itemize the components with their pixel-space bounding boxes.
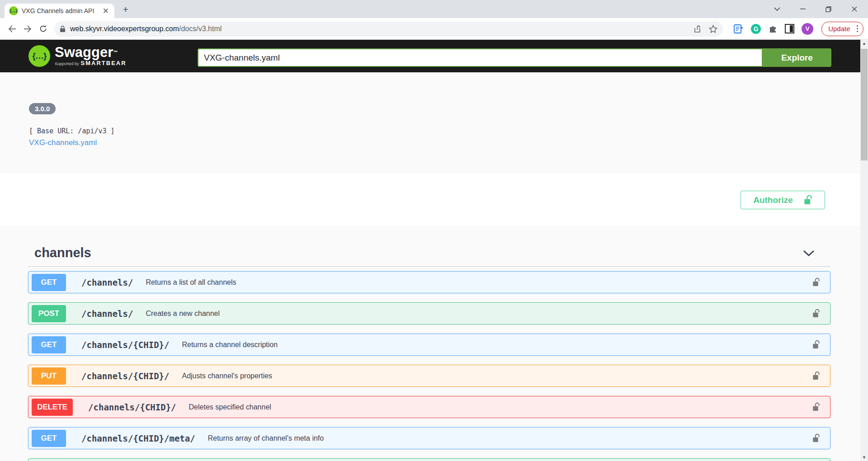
operation-description: Deletes specified channel bbox=[189, 403, 271, 411]
browser-tab[interactable]: {…} VXG Channels admin API ✕ bbox=[5, 4, 114, 18]
grammarly-icon[interactable]: G bbox=[751, 24, 761, 34]
tag-header[interactable]: channels bbox=[28, 226, 830, 267]
authorize-button[interactable]: Authorize bbox=[741, 191, 825, 209]
base-url: [ Base URL: /api/v3 ] bbox=[29, 127, 860, 135]
operation-row[interactable]: GET /channels/ Returns a list of all cha… bbox=[28, 271, 830, 293]
tab-close-icon[interactable]: ✕ bbox=[102, 7, 110, 15]
swagger-logo-icon: {…} bbox=[28, 45, 50, 67]
close-icon[interactable] bbox=[841, 0, 867, 18]
tag-title: channels bbox=[34, 245, 91, 260]
operation-path: /channels/{CHID}/ bbox=[81, 371, 169, 381]
update-button[interactable]: Update bbox=[821, 22, 863, 36]
url-bar[interactable]: web.skyvr.videoexpertsgroup.com/docs/v3.… bbox=[54, 21, 723, 37]
contrast-square-icon[interactable] bbox=[785, 24, 794, 33]
forward-icon[interactable] bbox=[20, 21, 35, 37]
browser-toolbar: web.skyvr.videoexpertsgroup.com/docs/v3.… bbox=[0, 18, 868, 40]
openapi-version-badge: 3.0.0 bbox=[29, 103, 56, 114]
collapse-chevron-icon[interactable] bbox=[803, 250, 815, 256]
operations-list: GET /channels/ Returns a list of all cha… bbox=[28, 271, 830, 461]
scrollbar-thumb[interactable] bbox=[861, 49, 868, 160]
spec-file-link[interactable]: VXG-channels.yaml bbox=[29, 138, 97, 147]
api-info-section: 3.0.0 [ Base URL: /api/v3 ] VXG-channels… bbox=[0, 72, 860, 173]
scheme-container: Authorize bbox=[0, 173, 860, 226]
restore-icon[interactable] bbox=[816, 0, 841, 18]
operation-description: Adjusts channel's properties bbox=[182, 372, 272, 380]
refresh-icon[interactable] bbox=[35, 21, 51, 37]
method-badge: GET bbox=[32, 336, 66, 353]
tab-title: VXG Channels admin API bbox=[22, 7, 102, 14]
operation-path: /channels/{CHID}/meta/ bbox=[81, 433, 195, 443]
operation-description: Returns a channel description bbox=[182, 341, 278, 349]
auth-lock-icon[interactable] bbox=[812, 340, 820, 349]
window-controls bbox=[764, 0, 867, 18]
operation-row[interactable]: GET /channels/{CHID}/meta/ Returns array… bbox=[28, 427, 830, 449]
new-tab-button[interactable]: + bbox=[120, 4, 131, 15]
tab-strip: {…} VXG Channels admin API ✕ + bbox=[0, 0, 868, 18]
puzzle-extensions-icon[interactable] bbox=[768, 24, 778, 33]
swagger-logo[interactable]: {…} Swagger™ Supported bySMARTBEAR bbox=[28, 45, 127, 67]
swagger-favicon-icon: {…} bbox=[9, 6, 18, 15]
explore-button[interactable]: Explore bbox=[763, 48, 831, 67]
profile-avatar[interactable]: V bbox=[802, 23, 813, 35]
operations-section: channels GET /channels/ Returns a list o… bbox=[0, 226, 860, 461]
auth-lock-icon[interactable] bbox=[812, 402, 820, 412]
method-badge: POST bbox=[32, 305, 66, 322]
operation-row[interactable] bbox=[28, 458, 830, 461]
operation-row[interactable]: GET /channels/{CHID}/ Returns a channel … bbox=[28, 334, 830, 356]
swagger-topbar: {…} Swagger™ Supported bySMARTBEAR Explo… bbox=[0, 40, 860, 72]
method-badge: DELETE bbox=[32, 399, 73, 416]
operation-row[interactable]: DELETE /channels/{CHID}/ Deletes specifi… bbox=[28, 396, 830, 418]
spec-url-input[interactable] bbox=[198, 48, 763, 67]
secure-lock-icon[interactable] bbox=[60, 25, 66, 33]
unlocked-padlock-icon bbox=[804, 195, 812, 205]
update-label: Update bbox=[828, 25, 850, 33]
operation-path: /channels/{CHID}/ bbox=[88, 402, 176, 412]
scroll-down-icon[interactable]: ▼ bbox=[860, 454, 868, 461]
operation-description: Returns a list of all channels bbox=[146, 278, 236, 287]
share-icon[interactable] bbox=[694, 25, 703, 33]
auth-lock-icon[interactable] bbox=[812, 309, 820, 318]
operation-path: /channels/{CHID}/ bbox=[81, 340, 169, 350]
doc-extension-icon[interactable] bbox=[734, 24, 744, 33]
method-badge: GET bbox=[32, 274, 66, 291]
smartbear-tagline: Supported bySMARTBEAR bbox=[55, 60, 127, 66]
menu-dots-icon[interactable] bbox=[854, 25, 861, 33]
auth-lock-icon[interactable] bbox=[812, 371, 820, 381]
swagger-logo-text: Swagger™ bbox=[55, 46, 127, 59]
extensions-area: G V bbox=[734, 23, 813, 35]
auth-lock-icon[interactable] bbox=[812, 433, 820, 443]
operation-description: Creates a new channel bbox=[146, 310, 220, 318]
operation-row[interactable]: POST /channels/ Creates a new channel bbox=[28, 302, 830, 325]
operation-row[interactable]: PUT /channels/{CHID}/ Adjusts channel's … bbox=[28, 365, 830, 387]
authorize-label: Authorize bbox=[753, 195, 793, 205]
url-text[interactable]: web.skyvr.videoexpertsgroup.com/docs/v3.… bbox=[70, 25, 688, 33]
bookmark-star-icon[interactable] bbox=[709, 25, 717, 33]
operation-path: /channels/ bbox=[81, 278, 133, 287]
page-scrollbar[interactable]: ▲ ▼ bbox=[860, 40, 868, 461]
scroll-up-icon[interactable]: ▲ bbox=[860, 40, 868, 47]
tab-search-chevron-icon[interactable] bbox=[764, 0, 790, 18]
method-badge: PUT bbox=[32, 367, 66, 385]
back-icon[interactable] bbox=[5, 21, 20, 37]
auth-lock-icon[interactable] bbox=[812, 278, 820, 287]
operation-path: /channels/ bbox=[81, 309, 133, 319]
operation-description: Returns array of channel's meta info bbox=[208, 434, 324, 442]
method-badge: GET bbox=[32, 430, 66, 447]
minimize-icon[interactable] bbox=[790, 0, 816, 18]
